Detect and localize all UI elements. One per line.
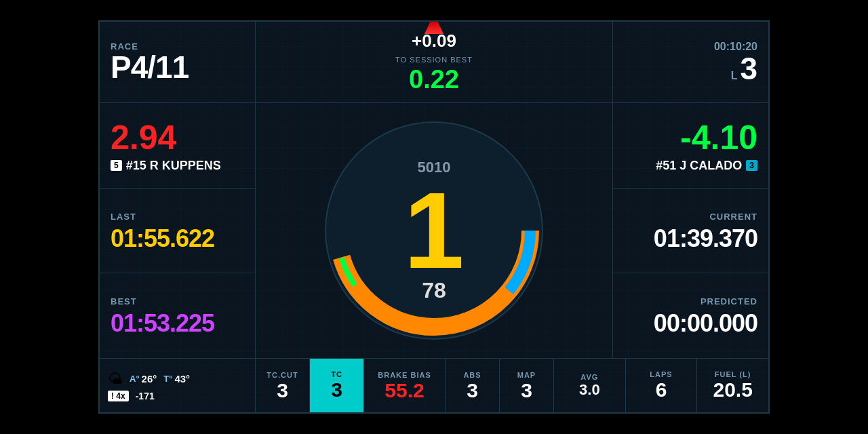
race-info: RACE P4/11	[100, 22, 256, 102]
ahead-competitor-name: #15 R KUPPENS	[126, 159, 221, 173]
map-label: MAP	[517, 371, 536, 379]
tc-label: TC	[331, 370, 342, 378]
fuel-stat: FUEL (L) 20.5	[697, 359, 768, 412]
competitor-behind-row: #51 J CALADO 3	[656, 159, 757, 173]
air-temp: A° 26°	[130, 373, 157, 384]
session-best-value: 0.22	[409, 65, 459, 94]
lap-number: 3	[740, 53, 757, 84]
abs-label: ABS	[463, 371, 481, 379]
brake-value: 55.2	[384, 380, 424, 401]
left-panel: 2.94 5 #15 R KUPPENS LAST 01:55.622 BEST…	[100, 103, 256, 358]
best-time: 01:53.225	[111, 309, 244, 338]
avg-value: 3.0	[579, 381, 600, 399]
gap-behind-value: -4.10	[680, 121, 757, 155]
behind-pos-badge: 3	[746, 160, 757, 171]
last-lap-section: LAST 01:55.622	[100, 189, 255, 274]
track-temp-icon: T°	[163, 374, 172, 384]
tc-cut-value: 3	[277, 380, 288, 401]
tc-cut-section: TC.CUT 3	[256, 359, 310, 412]
right-panel: -4.10 #51 J CALADO 3 CURRENT 01:39.370 P…	[612, 103, 768, 358]
delta-bar-fill	[425, 22, 443, 34]
top-row: RACE P4/11 +0.09 TO SESSION BEST 0.22 00…	[100, 22, 768, 103]
avg-stat: AVG 3.0	[554, 359, 626, 412]
tc-cut-label: TC.CUT	[267, 371, 298, 379]
ahead-pos-badge: 5	[111, 160, 122, 171]
air-temp-icon: A°	[130, 374, 140, 384]
abs-value: 3	[467, 380, 478, 401]
current-time: 01:39.370	[654, 224, 757, 253]
brake-label: BRAKE BIAS	[378, 371, 431, 379]
session-best-panel: +0.09 TO SESSION BEST 0.22	[256, 22, 612, 102]
laps-value: 6	[656, 378, 667, 401]
lap-display: L 3	[731, 53, 757, 84]
competitor-ahead-row: 5 #15 R KUPPENS	[111, 159, 244, 173]
bottom-row: 🌤 A° 26° T° 43° ! 4x -171 TC.CUT 3 TC 3	[100, 358, 768, 412]
map-section: MAP 3	[500, 359, 554, 412]
weather-top: 🌤 A° 26° T° 43°	[108, 370, 247, 388]
predicted-lap-section: PREDICTED 00:00.000	[613, 273, 768, 358]
weather-icon: 🌤	[108, 370, 123, 388]
rpm-gauge: 5010 1 78	[319, 115, 549, 346]
lap-info: 00:10:20 L 3	[612, 22, 768, 102]
air-temp-value: 26°	[142, 373, 157, 384]
last-time: 01:55.622	[111, 224, 244, 253]
laps-stat: LAPS 6	[626, 359, 698, 412]
track-temp-value: 43°	[174, 373, 190, 384]
weather-section: 🌤 A° 26° T° 43° ! 4x -171	[100, 359, 256, 412]
gap-ahead: 2.94 5 #15 R KUPPENS	[100, 103, 255, 189]
predicted-time: 00:00.000	[654, 309, 757, 338]
laps-label: LAPS	[650, 370, 672, 378]
main-dashboard: RACE P4/11 +0.09 TO SESSION BEST 0.22 00…	[98, 20, 770, 414]
best-lap-section: BEST 01:53.225	[100, 273, 255, 358]
gap-behind: -4.10 #51 J CALADO 3	[613, 103, 768, 189]
brake-section: BRAKE BIAS 55.2	[364, 359, 446, 412]
abs-section: ABS 3	[446, 359, 500, 412]
current-lap-section: CURRENT 01:39.370	[613, 189, 768, 274]
tc-value: 3	[331, 378, 342, 401]
tc-section: TC 3	[310, 359, 364, 412]
fuel-value: 20.5	[713, 378, 752, 401]
incidents-badge: ! 4x	[108, 391, 129, 401]
center-panel: 5010 1 78	[256, 103, 612, 358]
lap-label: L	[731, 70, 738, 82]
last-label: LAST	[111, 212, 244, 222]
wind-value: -171	[136, 391, 155, 401]
fuel-label: FUEL (L)	[715, 370, 751, 378]
weather-bottom: ! 4x -171	[108, 391, 247, 401]
race-position: P4/11	[111, 52, 244, 83]
delta-bar	[414, 22, 454, 34]
avg-label: AVG	[580, 373, 598, 381]
gap-ahead-value: 2.94	[111, 121, 244, 155]
best-label: BEST	[111, 296, 244, 307]
session-best-label: TO SESSION BEST	[395, 56, 473, 64]
track-temp: T° 43°	[163, 373, 190, 384]
current-label: CURRENT	[709, 212, 757, 222]
gear-display: 5010 1 78	[404, 152, 465, 303]
middle-row: 2.94 5 #15 R KUPPENS LAST 01:55.622 BEST…	[100, 103, 768, 358]
behind-competitor-name: #51 J CALADO	[656, 159, 742, 173]
predicted-label: PREDICTED	[701, 296, 757, 307]
map-value: 3	[521, 380, 532, 401]
stats-section: AVG 3.0 LAPS 6 FUEL (L) 20.5	[554, 359, 768, 412]
gear-number: 1	[404, 176, 465, 285]
